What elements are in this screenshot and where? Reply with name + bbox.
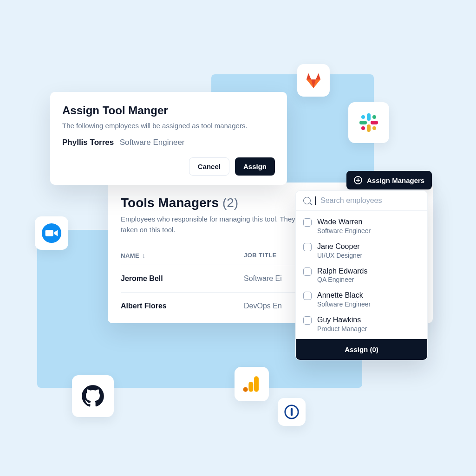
employee-title: Software Engineer [317, 227, 371, 235]
employee-title: QA Engineer [317, 276, 368, 283]
row-name: Jerome Bell [121, 274, 244, 283]
employee-name: Jane Cooper [317, 242, 362, 252]
slack-tile [348, 102, 389, 143]
modal-description: The following employees will be assigned… [62, 122, 275, 130]
column-name-header[interactable]: NAME ↓ [121, 252, 244, 259]
row-title: DevOps En [244, 302, 282, 310]
card-count: (2) [222, 196, 238, 210]
svg-point-6 [372, 126, 376, 130]
checkbox[interactable] [303, 243, 312, 251]
assign-button[interactable]: Assign [235, 157, 275, 176]
employee-title: Software Engineer [317, 300, 371, 308]
assign-tool-manager-modal: Assign Tool Manger The following employe… [50, 92, 287, 185]
column-job-header[interactable]: JOB TITLE [244, 252, 277, 259]
search-placeholder: Search employees [320, 196, 382, 205]
list-item[interactable]: Ralph Edwards QA Engineer [296, 263, 427, 287]
assign-managers-dropdown: Search employees Wade Warren Software En… [295, 190, 428, 360]
employee-name: Ralph Edwards [317, 267, 368, 276]
gitlab-icon [304, 71, 323, 90]
employee-list: Wade Warren Software Engineer Jane Coope… [296, 211, 427, 339]
plus-circle-icon [354, 176, 362, 184]
checkbox[interactable] [303, 218, 312, 227]
onepassword-icon [284, 404, 300, 420]
svg-rect-0 [367, 113, 371, 121]
employee-name: Wade Warren [317, 217, 371, 227]
assign-managers-label: Assign Managers [367, 176, 424, 184]
employee-name: Guy Hawkins [317, 315, 367, 325]
employee-name: Annette Black [317, 291, 371, 300]
card-title-text: Tools Managers [121, 196, 219, 210]
employee-title: UI/UX Designer [317, 252, 362, 259]
svg-rect-14 [291, 408, 293, 416]
google-analytics-icon [242, 375, 261, 393]
list-item[interactable]: Annette Black Software Engineer [296, 287, 427, 312]
svg-point-12 [243, 387, 248, 392]
list-item[interactable]: Guy Hawkins Product Manager [296, 312, 427, 336]
zoom-tile [35, 216, 68, 250]
list-item[interactable]: Jane Cooper UI/UX Designer [296, 238, 427, 263]
gitlab-tile [297, 64, 330, 97]
github-tile [72, 375, 114, 417]
modal-employee-row: Phyllis Torres Software Engineer [62, 138, 275, 147]
svg-point-7 [361, 126, 365, 130]
svg-rect-11 [248, 382, 253, 392]
list-item[interactable]: Wade Warren Software Engineer [296, 214, 427, 238]
svg-rect-3 [371, 121, 378, 124]
text-cursor [315, 196, 316, 205]
search-input[interactable]: Search employees [296, 191, 427, 211]
checkbox[interactable] [303, 267, 312, 276]
checkbox[interactable] [303, 292, 312, 300]
google-analytics-tile [235, 367, 269, 401]
svg-rect-1 [359, 121, 367, 124]
employee-title: Software Engineer [120, 138, 185, 147]
cancel-button[interactable]: Cancel [189, 157, 229, 176]
search-icon [303, 197, 311, 204]
github-icon [81, 384, 105, 408]
employee-name: Phyllis Torres [62, 138, 114, 147]
svg-point-5 [372, 115, 376, 119]
svg-rect-10 [254, 376, 259, 391]
checkbox[interactable] [303, 316, 312, 325]
slack-icon [358, 111, 380, 134]
zoom-icon [41, 222, 62, 244]
row-title: Software Ei [244, 274, 282, 283]
onepassword-tile [278, 398, 306, 426]
modal-title: Assign Tool Manger [62, 104, 275, 117]
assign-managers-button[interactable]: Assign Managers [346, 171, 432, 189]
svg-point-4 [361, 115, 365, 119]
svg-rect-9 [46, 230, 53, 236]
row-name: Albert Flores [121, 302, 244, 310]
dropdown-assign-button[interactable]: Assign (0) [296, 339, 427, 360]
sort-arrow-icon: ↓ [142, 252, 146, 259]
employee-title: Product Manager [317, 325, 367, 333]
svg-rect-2 [367, 124, 371, 132]
